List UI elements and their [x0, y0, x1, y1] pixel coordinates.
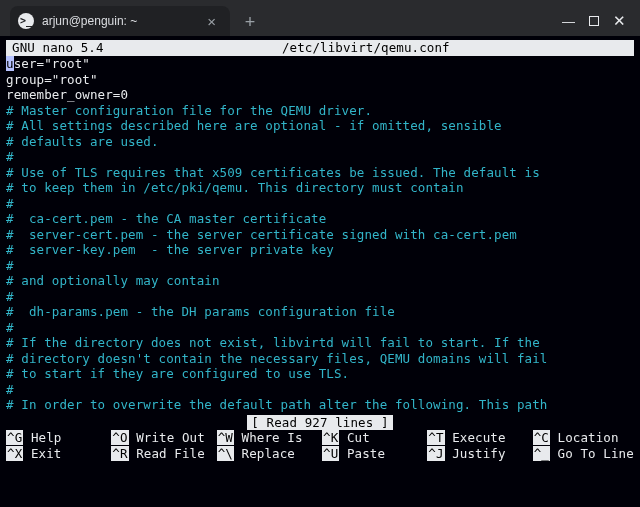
file-line: # [6, 196, 634, 212]
tab-close-button[interactable]: × [203, 13, 220, 30]
file-line: # All settings described here are option… [6, 118, 634, 134]
nano-app-title: GNU nano 5.4 [12, 40, 104, 56]
file-line: # In order to overwrite the default path… [6, 397, 634, 413]
file-line: # server-key.pem - the server private ke… [6, 242, 634, 258]
file-line: # ca-cert.pem - the CA master certificat… [6, 211, 634, 227]
help-write-out: ^O Write Out [111, 430, 212, 446]
text-cursor: u [6, 56, 14, 71]
help-replace: ^\ Replace [217, 446, 318, 462]
terminal-icon: >_ [18, 13, 34, 29]
minimize-button[interactable]: — [562, 14, 575, 29]
file-line: # Master configuration file for the QEMU… [6, 103, 634, 119]
file-line: # [6, 289, 634, 305]
file-line: # dh-params.pem - the DH params configur… [6, 304, 634, 320]
terminal-area[interactable]: GNU nano 5.4 /etc/libvirt/qemu.conf user… [0, 36, 640, 507]
file-line: # server-cert.pem - the server certifica… [6, 227, 634, 243]
file-line: # Use of TLS requires that x509 certific… [6, 165, 634, 181]
nano-help-row-1: ^G Help ^O Write Out ^W Where Is ^K Cut … [0, 430, 640, 446]
close-window-button[interactable]: ✕ [613, 12, 626, 30]
file-line: # to start if they are configured to use… [6, 366, 634, 382]
window-controls: — ✕ [562, 12, 632, 36]
nano-filename: /etc/libvirt/qemu.conf [104, 40, 628, 56]
help-get-help: ^G Help [6, 430, 107, 446]
file-line: # [6, 149, 634, 165]
nano-status-bar: [ Read 927 lines ] [0, 415, 640, 431]
help-where-is: ^W Where Is [217, 430, 318, 446]
help-justify: ^J Justify [427, 446, 528, 462]
file-line: group="root" [6, 72, 634, 88]
new-tab-button[interactable]: + [236, 8, 264, 36]
file-line: # If the directory does not exist, libvi… [6, 335, 634, 351]
file-line: # to keep them in /etc/pki/qemu. This di… [6, 180, 634, 196]
file-line: # [6, 258, 634, 274]
nano-title-bar: GNU nano 5.4 /etc/libvirt/qemu.conf [6, 40, 634, 56]
file-line: # defaults are used. [6, 134, 634, 150]
file-line: # directory doesn't contain the necessar… [6, 351, 634, 367]
tab-title: arjun@penguin: ~ [42, 14, 195, 28]
nano-status-text: [ Read 927 lines ] [247, 415, 392, 431]
maximize-button[interactable] [589, 16, 599, 26]
help-cut: ^K Cut [322, 430, 423, 446]
help-exit: ^X Exit [6, 446, 107, 462]
browser-tab[interactable]: >_ arjun@penguin: ~ × [10, 6, 230, 36]
editor-content[interactable]: user="root" group="root" remember_owner=… [0, 56, 640, 413]
nano-help-row-2: ^X Exit ^R Read File ^\ Replace ^U Paste… [0, 446, 640, 462]
file-line: user="root" [6, 56, 634, 72]
window-titlebar: >_ arjun@penguin: ~ × + — ✕ [0, 0, 640, 36]
help-paste: ^U Paste [322, 446, 423, 462]
file-line: # [6, 382, 634, 398]
help-location: ^C Location [533, 430, 634, 446]
help-execute: ^T Execute [427, 430, 528, 446]
file-line: remember_owner=0 [6, 87, 634, 103]
help-read-file: ^R Read File [111, 446, 212, 462]
file-line: # and optionally may contain [6, 273, 634, 289]
file-line: # [6, 320, 634, 336]
help-goto-line: ^_ Go To Line [533, 446, 634, 462]
